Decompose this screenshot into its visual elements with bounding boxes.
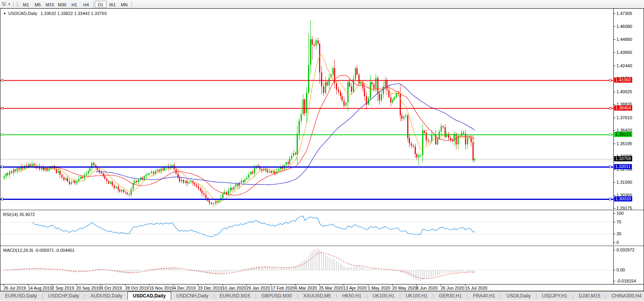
timeframe-button-w1[interactable]: W1	[107, 1, 118, 8]
time-axis-tick: 14 Aug 2019	[28, 286, 52, 290]
axis-tick-mark	[614, 13, 615, 14]
chart-tab-bar: EURUSD,Daily|USDCHF,Daily|AUDUSD,DailyUS…	[0, 291, 644, 300]
tab-eurusd-daily[interactable]: EURUSD,Daily	[0, 292, 42, 300]
time-axis[interactable]: 26 Jul 201914 Aug 20192 Sep 201920 Sep 2…	[0, 284, 644, 291]
price-level-label: 1.41060	[614, 78, 632, 83]
cursor-icon	[2, 2, 7, 7]
price-level-label: 1.38464	[614, 105, 632, 111]
chevron-down-icon: ▼	[8, 3, 11, 6]
time-axis-tick: 15 Nov 2019	[149, 286, 173, 290]
axis-tick-mark	[614, 182, 615, 183]
collapse-icon[interactable]: ▼	[3, 12, 6, 15]
tab-usdchf-daily[interactable]: USDCHF,Daily	[43, 292, 85, 300]
chart-title: ▼ USDCAD,Daily 1.33632 1.33822 1.33442 1…	[3, 11, 107, 16]
tab-usdcnh-daily[interactable]: USDCNH,Daily	[171, 292, 213, 300]
time-axis-tick: 10 Jan 2020	[222, 286, 246, 290]
time-axis-tick: 4 Dec 2019	[173, 286, 196, 290]
chart-ohlc-values: 1.33632 1.33822 1.33442 1.33759	[41, 11, 107, 16]
axis-tick-mark	[614, 92, 615, 92]
price-level-label: 1.30020	[614, 196, 632, 201]
macd-indicator-label: MACD(12,26,9) -0.005971 -0.004451	[3, 248, 75, 253]
macd-axis-tick: 0.00	[616, 268, 625, 273]
price-chart-canvas[interactable]	[0, 9, 613, 209]
price-axis-tick: 1.40025	[616, 89, 632, 94]
macd-axis-tick: -0.018154	[616, 279, 636, 284]
rsi-chart-canvas[interactable]	[0, 211, 613, 245]
current-price-label: 1.33759	[614, 156, 632, 161]
axis-tick-mark	[614, 213, 615, 214]
timeframe-button-m15[interactable]: M15	[44, 1, 56, 8]
price-axis[interactable]: 1.473051.460801.448901.436651.424401.412…	[614, 9, 644, 284]
rsi-pane-splitter[interactable]	[0, 209, 644, 211]
tab-fra40-h1[interactable]: FRA40,H1	[468, 292, 500, 300]
tab-usoil-daily[interactable]: USOil,Daily	[501, 292, 535, 300]
tab-dj30-m15[interactable]: DJ30,M15	[574, 292, 605, 300]
timeframe-button-m30[interactable]: M30	[56, 1, 68, 8]
time-axis-tick: 28 Oct 2019	[125, 286, 149, 290]
tab-uk100-h1[interactable]: UK100,H1	[400, 292, 432, 300]
time-axis-tick: 17 Feb 2020	[271, 286, 295, 290]
time-axis-line	[0, 284, 644, 284]
axis-tick-mark	[614, 270, 615, 270]
macd-chart-canvas[interactable]	[0, 246, 613, 284]
tab-eurusd-m15[interactable]: EURUSD,M15	[214, 292, 255, 300]
time-axis-tick: 25 Mar 2020	[319, 286, 343, 290]
time-axis-tick: 20 Sep 2019	[76, 286, 101, 290]
timeframe-button-d1[interactable]: D1	[95, 1, 107, 8]
price-axis-tick: 1.37610	[616, 115, 632, 120]
axis-tick-mark	[614, 104, 615, 105]
time-axis-tick: 6 Mar 2020	[295, 286, 317, 290]
axis-tick-mark	[614, 222, 615, 222]
time-axis-tick: 20 May 2020	[392, 286, 417, 290]
axis-tick-mark	[614, 242, 615, 243]
chart-symbol-period: USDCAD,Daily	[8, 11, 37, 16]
timeframe-button-m5[interactable]: M5	[32, 1, 44, 8]
tab-gbpusd-m30[interactable]: GBPUSD,M30	[256, 292, 297, 300]
axis-tick-mark	[614, 144, 615, 144]
tab-audusd-daily[interactable]: AUDUSD,Daily	[85, 292, 127, 300]
axis-tick-mark	[614, 234, 615, 234]
toolbar-separator	[131, 1, 132, 7]
toolbar-separator	[93, 1, 94, 7]
tab-china300-h4[interactable]: CHINA300,H4	[607, 292, 644, 300]
timeframe-button-m1[interactable]: M1	[20, 1, 32, 8]
tab-usdjpy-h1[interactable]: USDJPY,H1	[537, 292, 572, 300]
axis-tick-mark	[614, 39, 615, 40]
axis-tick-mark	[614, 250, 615, 250]
macd-axis-tick: 0.032972	[616, 247, 635, 253]
macd-pane-splitter[interactable]	[0, 245, 644, 246]
price-axis-tick: 1.43665	[616, 50, 632, 55]
time-axis-tick: 23 Dec 2019	[198, 286, 222, 290]
price-axis-tick: 1.47305	[616, 11, 632, 16]
axis-tick-mark	[614, 66, 615, 66]
axis-tick-mark	[614, 208, 615, 209]
time-axis-tick: 15 Jul 2020	[465, 286, 487, 290]
axis-tick-mark	[614, 169, 615, 170]
timeframe-button-mn[interactable]: MN	[118, 1, 130, 8]
price-axis-tick: 1.46080	[616, 24, 632, 29]
cursor-tool-button[interactable]: ▼	[0, 1, 12, 8]
tab-xauusd-m5[interactable]: XAUUSD,M5	[298, 292, 336, 300]
price-level-label: 1.33011	[614, 164, 632, 169]
price-axis-tick: 1.29175	[616, 206, 632, 211]
tab-ger30-h1[interactable]: GER30,H1	[434, 292, 467, 300]
tab-uk100-h1[interactable]: UK100,H1	[367, 292, 399, 300]
axis-tick-mark	[614, 118, 615, 118]
time-axis-tick: 8 Jun 2020	[416, 286, 437, 290]
rsi-axis-tick: 70	[616, 220, 621, 225]
price-axis-tick: 1.42440	[616, 63, 632, 68]
timeframe-button-h1[interactable]: H1	[68, 1, 80, 8]
axis-tick-mark	[614, 52, 615, 53]
time-axis-tick: 13 Apr 2020	[343, 286, 367, 290]
axis-tick-mark	[614, 26, 615, 27]
axis-tick-mark	[614, 281, 615, 281]
tab-usdcad-daily[interactable]: USDCAD,Daily	[127, 292, 171, 300]
time-axis-tick: 2 Sep 2019	[52, 286, 74, 290]
time-axis-tick: 9 Oct 2019	[101, 286, 122, 290]
axis-tick-mark	[614, 195, 615, 196]
timeframe-button-h4[interactable]: H4	[80, 1, 92, 8]
timeframe-toolbar: ▼ M1M5M15M30H1H4D1W1MN	[0, 0, 644, 8]
axis-tick-mark	[614, 130, 615, 131]
toolbar-grip[interactable]	[17, 2, 18, 7]
tab-hk50-h1[interactable]: HK50,H1	[337, 292, 367, 300]
